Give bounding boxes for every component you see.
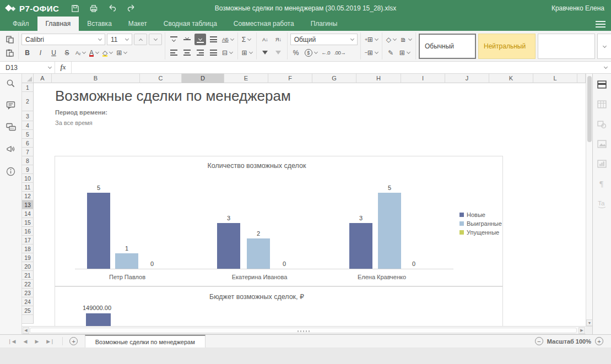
increase-decimal-button[interactable]: .00→ bbox=[333, 47, 347, 58]
row-header-5[interactable]: 5 bbox=[22, 130, 34, 139]
view-settings-menu-icon[interactable] bbox=[596, 21, 605, 28]
decrease-decimal-button[interactable]: ←.0 bbox=[320, 47, 332, 58]
horizontal-scrollbar-thumb[interactable] bbox=[30, 328, 577, 333]
strikethrough-button[interactable]: S bbox=[61, 47, 73, 58]
row-header-19[interactable]: 19 bbox=[22, 253, 34, 262]
table-template-button[interactable]: ⊞ bbox=[398, 47, 411, 58]
tab-pivot-table[interactable]: Сводная таблица bbox=[155, 17, 225, 31]
align-right-button[interactable] bbox=[194, 47, 206, 58]
row-header-6[interactable]: 6 bbox=[22, 139, 34, 148]
row-header-17[interactable]: 17 bbox=[22, 236, 34, 245]
delete-cells-button[interactable]: −⊞ bbox=[364, 47, 379, 58]
align-middle-button[interactable] bbox=[181, 34, 193, 45]
column-header-J[interactable]: J bbox=[445, 74, 489, 83]
copy-button[interactable] bbox=[4, 34, 15, 45]
tab-plugins[interactable]: Плагины bbox=[302, 17, 346, 31]
row-header-15[interactable]: 15 bbox=[22, 218, 34, 227]
bar-Новые-Екатерина Иванова[interactable] bbox=[217, 223, 240, 269]
chart-deals-count[interactable]: Количество возможных сделок 510320350 Пе… bbox=[55, 156, 503, 286]
bar-Выигранные-Петр Павлов[interactable] bbox=[115, 253, 138, 269]
row-header-11[interactable]: 11 bbox=[22, 183, 34, 192]
number-format-select[interactable]: Общий bbox=[290, 34, 358, 45]
row-header-25[interactable]: 25 bbox=[22, 306, 34, 315]
user-name[interactable]: Кравченко Елена bbox=[551, 4, 611, 12]
row-header-4[interactable]: 4 bbox=[22, 121, 34, 130]
column-header-H[interactable]: H bbox=[356, 74, 401, 83]
decrease-font-button[interactable] bbox=[149, 34, 162, 45]
align-left-button[interactable] bbox=[168, 47, 180, 58]
add-sheet-button[interactable]: + bbox=[63, 335, 85, 347]
next-sheet-button[interactable]: ▶ bbox=[35, 339, 39, 344]
tab-insert[interactable]: Вставка bbox=[79, 17, 120, 31]
formula-input[interactable] bbox=[72, 62, 598, 73]
column-header-K[interactable]: K bbox=[489, 74, 533, 83]
sheet-tab-active[interactable]: Возможные сделки по менеджерам bbox=[85, 335, 206, 347]
cells-area[interactable]: Возможные сделки по менеджерам Период вр… bbox=[34, 83, 586, 326]
cell-styles-more-button[interactable] bbox=[597, 34, 611, 59]
tab-file[interactable]: Файл bbox=[4, 17, 37, 31]
column-header-C[interactable]: C bbox=[140, 74, 182, 83]
row-header-24[interactable]: 24 bbox=[22, 297, 34, 306]
copy-style-button[interactable]: ✎ bbox=[385, 47, 397, 58]
font-color-button[interactable]: A bbox=[88, 47, 100, 58]
horizontal-scrollbar[interactable]: ◀ ▶ bbox=[22, 326, 586, 334]
last-sheet-button[interactable]: ▶❘ bbox=[46, 339, 54, 344]
select-all-corner[interactable] bbox=[22, 74, 34, 83]
row-header-12[interactable]: 12 bbox=[22, 192, 34, 200]
clear-filter-button[interactable] bbox=[273, 47, 284, 58]
font-name-select[interactable]: Calibri bbox=[21, 34, 105, 45]
borders-button[interactable]: ⊞ bbox=[115, 47, 128, 58]
filter-button[interactable] bbox=[259, 47, 271, 58]
row-header-16[interactable]: 16 bbox=[22, 227, 34, 236]
worksheet[interactable]: ABCDEFGHIJKL 123456789101112131415161718… bbox=[22, 74, 586, 326]
search-button[interactable] bbox=[6, 78, 16, 88]
row-header-18[interactable]: 18 bbox=[22, 245, 34, 253]
zoom-out-button[interactable]: − bbox=[535, 337, 543, 345]
autosum-button[interactable]: Σ bbox=[241, 34, 252, 45]
conditional-formatting-button[interactable]: 🗈 bbox=[399, 34, 413, 45]
row-header-10[interactable]: 10 bbox=[22, 174, 34, 183]
row-header-1[interactable]: 1 bbox=[22, 83, 34, 92]
subscript-button[interactable]: A₂ bbox=[74, 47, 86, 58]
bar-Выигранные-Елена Кравченко[interactable] bbox=[378, 193, 401, 269]
column-header-F[interactable]: F bbox=[268, 74, 312, 83]
sort-ascending-button[interactable]: А↓ bbox=[259, 34, 271, 45]
vertical-scrollbar-thumb[interactable] bbox=[587, 76, 592, 142]
paste-button[interactable] bbox=[4, 47, 15, 58]
row-header-7[interactable]: 7 bbox=[22, 148, 34, 156]
cell-name-box[interactable]: D13 bbox=[0, 62, 55, 73]
font-size-select[interactable]: 11 bbox=[107, 34, 132, 45]
column-header-D[interactable]: D bbox=[182, 74, 224, 83]
cell-settings-button[interactable] bbox=[597, 79, 607, 89]
italic-button[interactable]: I bbox=[35, 47, 46, 58]
clear-button[interactable]: ◇ bbox=[385, 34, 397, 45]
insert-function-button[interactable]: fx bbox=[55, 62, 72, 73]
about-button[interactable] bbox=[6, 166, 16, 176]
row-header-8[interactable]: 8 bbox=[22, 156, 34, 165]
row-header-3[interactable]: 3 bbox=[22, 111, 34, 121]
scroll-right-button[interactable]: ▶ bbox=[578, 327, 585, 334]
underline-button[interactable]: U bbox=[48, 47, 60, 58]
wrap-text-button[interactable] bbox=[208, 34, 219, 45]
cell-style-blank[interactable] bbox=[538, 34, 595, 59]
first-sheet-button[interactable]: ❘◀ bbox=[8, 339, 15, 344]
undo-button[interactable] bbox=[103, 0, 122, 17]
align-top-button[interactable] bbox=[168, 34, 180, 45]
format-as-table-button[interactable]: ⊞ bbox=[241, 47, 253, 58]
vertical-scrollbar[interactable]: ▼ bbox=[586, 74, 592, 326]
zoom-in-button[interactable]: + bbox=[595, 337, 603, 345]
expand-formula-bar-button[interactable] bbox=[598, 67, 611, 68]
redo-button[interactable] bbox=[122, 0, 140, 17]
percent-style-button[interactable]: % bbox=[290, 47, 302, 58]
currency-style-button[interactable]: $ bbox=[304, 47, 318, 58]
feedback-button[interactable] bbox=[6, 144, 16, 154]
orientation-button[interactable]: АБ bbox=[221, 34, 235, 45]
comments-button[interactable] bbox=[6, 100, 16, 110]
row-header-2[interactable]: 2 bbox=[22, 92, 34, 111]
chat-button[interactable] bbox=[6, 122, 16, 132]
scroll-left-button[interactable]: ◀ bbox=[23, 327, 29, 334]
row-header-26[interactable] bbox=[22, 315, 34, 324]
increase-font-button[interactable] bbox=[134, 34, 147, 45]
column-header-B[interactable]: B bbox=[52, 74, 140, 83]
bar-Выигранные-Екатерина Иванова[interactable] bbox=[247, 238, 270, 269]
